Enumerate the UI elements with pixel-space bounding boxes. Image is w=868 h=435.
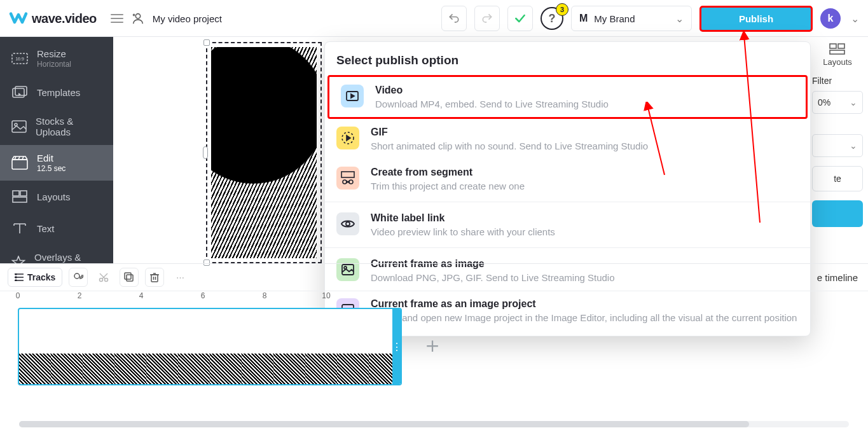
svg-rect-53	[125, 273, 131, 279]
add-user-icon[interactable]	[131, 11, 145, 25]
brand-name: My Brand	[594, 13, 635, 24]
svg-point-45	[15, 277, 17, 278]
sidebar-item-edit[interactable]: Edit12.5 sec	[0, 145, 113, 181]
svg-point-47	[74, 273, 79, 279]
separator	[325, 247, 810, 248]
gif-icon	[336, 127, 359, 149]
more-button[interactable]: ⋯	[170, 268, 189, 287]
brand-select[interactable]: M My Brand ⌄	[571, 6, 692, 31]
topbar: wave.video My video project ? 3 M My Bra…	[0, 1, 868, 37]
svg-marker-22	[13, 256, 25, 263]
tracks-label: Tracks	[27, 272, 55, 282]
sidebar-item-sub: Horizontal	[37, 60, 71, 69]
voice-button[interactable]	[69, 268, 88, 287]
timeline-link[interactable]: e timeline	[817, 272, 860, 283]
panel-button[interactable]: te	[812, 166, 863, 191]
opacity-value: 0%	[818, 97, 830, 107]
svg-rect-25	[830, 50, 844, 54]
option-sub: Video preview link to share with your cl…	[371, 226, 555, 237]
sidebar: 16:9 ResizeHorizontal Templates Stocks &…	[0, 37, 113, 263]
svg-rect-24	[838, 44, 844, 48]
timeline-toolbar: Tracks ⋯ e timeline	[0, 263, 868, 291]
menu-icon[interactable]	[111, 14, 123, 23]
cut-button[interactable]	[94, 268, 113, 287]
svg-point-44	[15, 273, 17, 275]
svg-rect-17	[13, 197, 27, 202]
svg-rect-52	[127, 275, 133, 281]
publish-option-gif[interactable]: GIFShort animated clip with no sound. Se…	[325, 119, 810, 159]
add-clip-button[interactable]: ＋	[418, 331, 446, 359]
sidebar-item-label: Layouts	[37, 191, 71, 202]
horizontal-scrollbar[interactable]	[19, 421, 849, 427]
svg-rect-6	[15, 86, 27, 95]
timeline-clip[interactable]: ⋮	[18, 308, 402, 385]
sidebar-item-overlays[interactable]: Overlays & Stickers	[0, 244, 113, 263]
check-button[interactable]	[507, 6, 533, 31]
delete-button[interactable]	[145, 268, 164, 287]
sidebar-item-label: Overlays & Stickers	[34, 252, 104, 263]
option-title: White label link	[371, 212, 555, 224]
svg-point-49	[105, 279, 108, 282]
option-title: Video	[375, 85, 609, 96]
undo-button[interactable]	[441, 6, 467, 31]
publish-button[interactable]: Publish	[699, 6, 813, 32]
layouts-panel-label: Layouts	[823, 57, 852, 67]
publish-label: Publish	[739, 13, 773, 24]
eye-icon	[336, 212, 359, 235]
separator	[325, 202, 810, 202]
publish-option-video[interactable]: VideoDownload MP4, embed. Send to Live S…	[327, 75, 808, 119]
sidebar-item-text[interactable]: Text	[0, 212, 113, 244]
svg-marker-27	[351, 94, 354, 98]
sidebar-item-stocks[interactable]: Stocks & Uploads	[0, 108, 113, 145]
segment-icon	[336, 167, 359, 190]
sidebar-item-layouts[interactable]: Layouts	[0, 181, 113, 212]
ruler-tick: 10	[322, 291, 330, 300]
help-button[interactable]: ? 3	[541, 7, 563, 30]
sidebar-item-sub: 12.5 sec	[37, 164, 65, 173]
sidebar-item-templates[interactable]: Templates	[0, 76, 113, 108]
scrollbar-thumb[interactable]	[19, 421, 749, 427]
ruler-tick: 8	[263, 291, 267, 300]
help-badge: 3	[556, 3, 568, 16]
dropdown-field[interactable]: ⌄	[812, 134, 863, 157]
tracks-button[interactable]: Tracks	[8, 268, 62, 287]
svg-marker-29	[347, 135, 350, 141]
panel-primary-button[interactable]	[812, 200, 863, 227]
svg-text:16:9: 16:9	[15, 57, 24, 61]
logo[interactable]: wave.video	[9, 11, 97, 26]
svg-rect-23	[830, 44, 836, 48]
option-sub: Trim this project and create new one	[371, 181, 525, 191]
canvas-frame[interactable]	[206, 42, 322, 263]
svg-point-0	[135, 14, 140, 18]
text-icon	[11, 220, 28, 237]
copy-button[interactable]	[120, 268, 139, 287]
publish-option-segment[interactable]: Create from segmentTrim this project and…	[325, 159, 810, 199]
right-panel: Layouts Filter 0%⌄ ⌄ te	[809, 37, 868, 263]
svg-point-46	[15, 280, 17, 281]
resize-handle[interactable]	[203, 146, 208, 159]
chevron-down-icon: ⌄	[850, 97, 857, 107]
avatar[interactable]: k	[820, 8, 841, 29]
overlays-icon	[11, 254, 25, 263]
svg-rect-15	[13, 191, 19, 196]
sidebar-item-label: Edit	[37, 153, 65, 163]
sidebar-item-resize[interactable]: 16:9 ResizeHorizontal	[0, 37, 113, 76]
opacity-select[interactable]: 0%⌄	[812, 91, 863, 114]
publish-option-whitelabel[interactable]: White label linkVideo preview link to sh…	[325, 205, 810, 245]
option-sub: Download MP4, embed. Send to Live Stream…	[375, 99, 609, 109]
avatar-chevron-icon[interactable]: ⌄	[851, 13, 859, 25]
svg-rect-30	[341, 172, 354, 177]
resize-handle[interactable]	[203, 39, 210, 46]
clip-trim-handle[interactable]: ⋮	[392, 309, 401, 384]
chevron-down-icon: ⌄	[850, 141, 857, 151]
redo-button[interactable]	[474, 6, 500, 31]
svg-point-35	[346, 222, 350, 226]
layouts-icon	[11, 188, 28, 205]
project-title[interactable]: My video project	[153, 13, 222, 24]
svg-line-50	[102, 273, 107, 279]
svg-rect-10	[12, 160, 27, 169]
layouts-panel-button[interactable]: Layouts	[812, 43, 863, 67]
track-area: ⋮ ＋	[11, 308, 857, 390]
ruler-tick: 2	[78, 291, 82, 300]
popover-title: Select publish option	[325, 42, 810, 75]
